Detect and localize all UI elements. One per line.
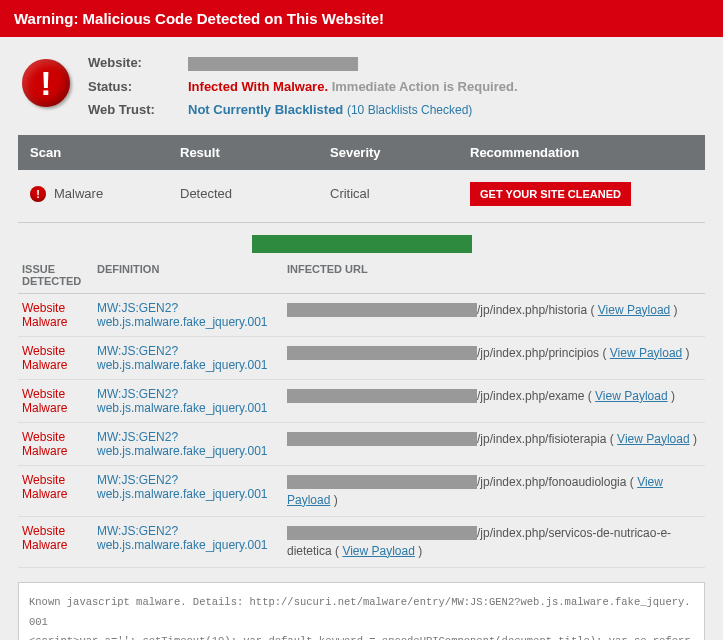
redacted-url bbox=[287, 475, 477, 489]
redacted-domain bbox=[188, 57, 358, 71]
infected-url-cell: /jp/index.php/exame ( View Payload ) bbox=[287, 387, 701, 405]
issues-header-3: INFECTED URL bbox=[287, 263, 701, 287]
issue-row: Website MalwareMW:JS:GEN2?web.js.malware… bbox=[18, 466, 705, 517]
issues-header-1: ISSUE DETECTED bbox=[22, 263, 97, 287]
issue-row: Website MalwareMW:JS:GEN2?web.js.malware… bbox=[18, 517, 705, 568]
definition-link-1[interactable]: MW:JS:GEN2? bbox=[97, 524, 178, 538]
issues-header-row: ISSUE DETECTED DEFINITION INFECTED URL bbox=[18, 257, 705, 294]
definition-link-1[interactable]: MW:JS:GEN2? bbox=[97, 430, 178, 444]
scan-row: ! Malware Detected Critical GET YOUR SIT… bbox=[18, 170, 705, 218]
view-payload-link[interactable]: View Payload bbox=[595, 389, 668, 403]
issue-definition: MW:JS:GEN2?web.js.malware.fake_jquery.00… bbox=[97, 344, 287, 372]
issue-definition: MW:JS:GEN2?web.js.malware.fake_jquery.00… bbox=[97, 301, 287, 329]
issue-type: Website Malware bbox=[22, 387, 97, 415]
issue-definition: MW:JS:GEN2?web.js.malware.fake_jquery.00… bbox=[97, 387, 287, 415]
warning-banner: Warning: Malicious Code Detected on This… bbox=[0, 0, 723, 37]
scan-name: Malware bbox=[54, 186, 103, 201]
infected-url-cell: /jp/index.php/historia ( View Payload ) bbox=[287, 301, 701, 319]
divider bbox=[18, 222, 705, 223]
issue-type: Website Malware bbox=[22, 301, 97, 329]
scan-name-cell: ! Malware bbox=[30, 186, 180, 202]
issue-type: Website Malware bbox=[22, 524, 97, 552]
issue-row: Website MalwareMW:JS:GEN2?web.js.malware… bbox=[18, 337, 705, 380]
scan-result: Detected bbox=[180, 186, 330, 201]
redacted-url bbox=[287, 432, 477, 446]
status-block: Website: Status: Infected With Malware. … bbox=[18, 55, 705, 135]
issue-type: Website Malware bbox=[22, 430, 97, 458]
definition-link-1[interactable]: MW:JS:GEN2? bbox=[97, 301, 178, 315]
redacted-url bbox=[287, 526, 477, 540]
definition-link-2[interactable]: web.js.malware.fake_jquery.001 bbox=[97, 538, 268, 552]
code-box: Known javascript malware. Details: http:… bbox=[18, 582, 705, 640]
url-path: /jp/index.php/principios bbox=[477, 346, 599, 360]
url-path: /jp/index.php/exame bbox=[477, 389, 584, 403]
issue-definition: MW:JS:GEN2?web.js.malware.fake_jquery.00… bbox=[97, 524, 287, 552]
scan-header-scan: Scan bbox=[30, 145, 180, 160]
url-path: /jp/index.php/fisioterapia bbox=[477, 432, 606, 446]
definition-link-2[interactable]: web.js.malware.fake_jquery.001 bbox=[97, 487, 268, 501]
issue-definition: MW:JS:GEN2?web.js.malware.fake_jquery.00… bbox=[97, 473, 287, 501]
infected-url-cell: /jp/index.php/servicos-de-nutricao-e-die… bbox=[287, 524, 701, 560]
content-area: Website: Status: Infected With Malware. … bbox=[0, 37, 723, 640]
issue-row: Website MalwareMW:JS:GEN2?web.js.malware… bbox=[18, 423, 705, 466]
infected-url-cell: /jp/index.php/fonoaudiologia ( View Payl… bbox=[287, 473, 701, 509]
webtrust-label: Web Trust: bbox=[88, 102, 178, 117]
malware-icon: ! bbox=[30, 186, 46, 202]
definition-link-2[interactable]: web.js.malware.fake_jquery.001 bbox=[97, 401, 268, 415]
infected-url-cell: /jp/index.php/fisioterapia ( View Payloa… bbox=[287, 430, 701, 448]
status-value: Infected With Malware. Immediate Action … bbox=[188, 79, 518, 94]
scan-header-rec: Recommendation bbox=[470, 145, 693, 160]
webtrust-value: Not Currently Blacklisted (10 Blacklists… bbox=[188, 102, 518, 117]
definition-link-2[interactable]: web.js.malware.fake_jquery.001 bbox=[97, 358, 268, 372]
definition-link-1[interactable]: MW:JS:GEN2? bbox=[97, 473, 178, 487]
view-payload-link[interactable]: View Payload bbox=[610, 346, 683, 360]
infected-text: Infected With Malware. bbox=[188, 79, 328, 94]
scan-header-severity: Severity bbox=[330, 145, 470, 160]
issue-type: Website Malware bbox=[22, 473, 97, 501]
website-value bbox=[188, 55, 518, 71]
issue-row: Website MalwareMW:JS:GEN2?web.js.malware… bbox=[18, 380, 705, 423]
definition-link-2[interactable]: web.js.malware.fake_jquery.001 bbox=[97, 444, 268, 458]
website-label: Website: bbox=[88, 55, 178, 71]
view-payload-link[interactable]: View Payload bbox=[342, 544, 415, 558]
issues-body: Website MalwareMW:JS:GEN2?web.js.malware… bbox=[18, 294, 705, 568]
definition-link-1[interactable]: MW:JS:GEN2? bbox=[97, 387, 178, 401]
view-payload-link[interactable]: View Payload bbox=[598, 303, 671, 317]
webtrust-sub: (10 Blacklists Checked) bbox=[347, 103, 472, 117]
scan-severity: Critical bbox=[330, 186, 470, 201]
status-label: Status: bbox=[88, 79, 178, 94]
action-text: Immediate Action is Required. bbox=[332, 79, 518, 94]
issues-header-2: DEFINITION bbox=[97, 263, 287, 287]
definition-link-2[interactable]: web.js.malware.fake_jquery.001 bbox=[97, 315, 268, 329]
infected-url-cell: /jp/index.php/principios ( View Payload … bbox=[287, 344, 701, 362]
scan-header-result: Result bbox=[180, 145, 330, 160]
scan-header-row: Scan Result Severity Recommendation bbox=[18, 135, 705, 170]
alert-icon bbox=[22, 59, 70, 107]
green-bar bbox=[252, 235, 472, 253]
issue-row: Website MalwareMW:JS:GEN2?web.js.malware… bbox=[18, 294, 705, 337]
issue-definition: MW:JS:GEN2?web.js.malware.fake_jquery.00… bbox=[97, 430, 287, 458]
view-payload-link[interactable]: View Payload bbox=[617, 432, 690, 446]
redacted-url bbox=[287, 389, 477, 403]
redacted-url bbox=[287, 346, 477, 360]
redacted-url bbox=[287, 303, 477, 317]
url-path: /jp/index.php/historia bbox=[477, 303, 587, 317]
url-path: /jp/index.php/fonoaudiologia bbox=[477, 475, 626, 489]
webtrust-link[interactable]: Not Currently Blacklisted bbox=[188, 102, 343, 117]
issue-type: Website Malware bbox=[22, 344, 97, 372]
get-cleaned-button[interactable]: GET YOUR SITE CLEANED bbox=[470, 182, 631, 206]
definition-link-1[interactable]: MW:JS:GEN2? bbox=[97, 344, 178, 358]
